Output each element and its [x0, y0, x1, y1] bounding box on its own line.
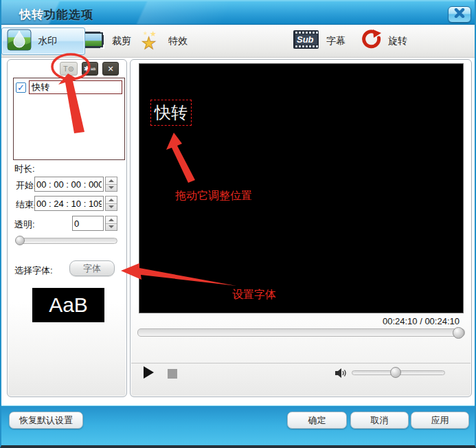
svg-text:★: ★: [150, 30, 157, 38]
video-preview-panel: 快转 00:24:10 / 00:24:10: [130, 59, 472, 397]
apply-button[interactable]: 应用: [411, 412, 469, 429]
stars-icon: ★ ★ ★: [140, 28, 162, 54]
tab-watermark[interactable]: 水印: [1, 27, 85, 55]
start-time-spinner[interactable]: [105, 177, 117, 192]
cancel-button[interactable]: 取消: [350, 412, 409, 429]
watermark-name-input[interactable]: [29, 80, 122, 94]
font-select-label: 选择字体:: [14, 265, 53, 277]
tab-effects-label: 特效: [168, 35, 188, 47]
dialog-window: 快转功能选项 ✂ 截取: [0, 0, 476, 448]
title-bar: 快转功能选项: [0, 0, 476, 25]
tab-crop-label: 裁剪: [112, 35, 131, 47]
delete-x-icon: ✕: [107, 65, 113, 74]
window-title-rest: 功能选项: [44, 8, 93, 21]
delete-watermark-button[interactable]: ✕: [102, 62, 119, 76]
spinner-up-icon[interactable]: [106, 177, 117, 185]
opacity-slider-thumb[interactable]: [15, 236, 25, 245]
spinner-up-icon[interactable]: [106, 197, 117, 204]
tab-rotate-label: 旋转: [388, 35, 407, 47]
seek-slider-thumb[interactable]: [453, 327, 464, 339]
spinner-up-icon[interactable]: [106, 216, 117, 224]
close-button[interactable]: [448, 6, 471, 23]
watermark-settings-panel: T⊜ ✱⋍ ✕ ✓ 时长: 开始处 结束处 透: [7, 59, 127, 397]
tab-effects[interactable]: ★ ★ ★ 特效: [140, 27, 188, 55]
stop-button[interactable]: [168, 369, 177, 379]
ok-label: 确定: [308, 414, 326, 427]
tab-rotate[interactable]: 旋转: [361, 27, 407, 55]
opacity-slider-track[interactable]: [16, 238, 117, 244]
play-button[interactable]: [144, 366, 154, 379]
tab-crop[interactable]: 裁剪: [78, 27, 131, 55]
opacity-label: 透明:: [14, 219, 35, 231]
rotate-arrow-icon: [361, 30, 382, 53]
window-title: 快转功能选项: [19, 7, 93, 23]
add-text-watermark-button[interactable]: T⊜: [60, 62, 78, 76]
tab-subtitle-label: 字幕: [326, 35, 345, 47]
watermark-overlay-text: 快转: [155, 103, 188, 122]
window-title-app: 快转: [19, 8, 44, 21]
video-preview-area[interactable]: 快转: [139, 63, 464, 313]
check-icon: ✓: [17, 82, 25, 93]
watermark-drag-handle[interactable]: 快转: [150, 100, 192, 126]
restore-defaults-label: 恢复默认设置: [19, 414, 73, 427]
close-icon: [453, 8, 466, 21]
spinner-down-icon[interactable]: [106, 185, 117, 192]
add-image-watermark-button[interactable]: ✱⋍: [82, 62, 98, 76]
font-preview-box: AaB: [32, 288, 104, 322]
image-watermark-icon: ✱⋍: [84, 65, 96, 74]
tab-subtitle[interactable]: Sub 字幕: [293, 27, 345, 55]
tab-watermark-label: 水印: [38, 35, 57, 47]
start-time-input[interactable]: [34, 177, 104, 192]
cancel-label: 取消: [371, 414, 389, 427]
volume-icon: [335, 368, 347, 381]
seek-slider-track[interactable]: [137, 328, 465, 337]
opacity-spinner[interactable]: [105, 216, 117, 231]
font-preview-text: AaB: [49, 293, 88, 317]
watermark-list-item: ✓: [14, 78, 124, 94]
end-time-input[interactable]: [34, 196, 104, 211]
end-time-spinner[interactable]: [105, 196, 117, 211]
spinner-down-icon[interactable]: [106, 204, 117, 211]
svg-text:★: ★: [143, 30, 148, 36]
svg-text:Sub: Sub: [297, 34, 314, 45]
ok-button[interactable]: 确定: [287, 412, 347, 429]
water-drop-icon: [7, 29, 32, 54]
time-display: 00:24:10 / 00:24:10: [383, 316, 460, 326]
text-watermark-icon: T⊜: [63, 65, 74, 74]
footer-bar: 恢复默认设置 确定 取消 应用: [0, 405, 476, 448]
subtitle-film-icon: Sub: [293, 29, 320, 54]
spinner-down-icon[interactable]: [106, 224, 117, 231]
duration-label: 时长:: [14, 163, 35, 175]
restore-defaults-button[interactable]: 恢复默认设置: [9, 412, 83, 429]
volume-slider-thumb[interactable]: [390, 367, 401, 378]
toolbar: ✂ 截取 裁剪: [1, 25, 475, 58]
font-button-label: 字体: [83, 262, 101, 275]
watermark-list[interactable]: ✓: [13, 78, 125, 160]
controls-divider: [131, 363, 471, 363]
apply-label: 应用: [431, 414, 449, 427]
opacity-input[interactable]: [72, 216, 104, 231]
font-button[interactable]: 字体: [69, 260, 115, 276]
watermark-enabled-checkbox[interactable]: ✓: [16, 82, 26, 93]
